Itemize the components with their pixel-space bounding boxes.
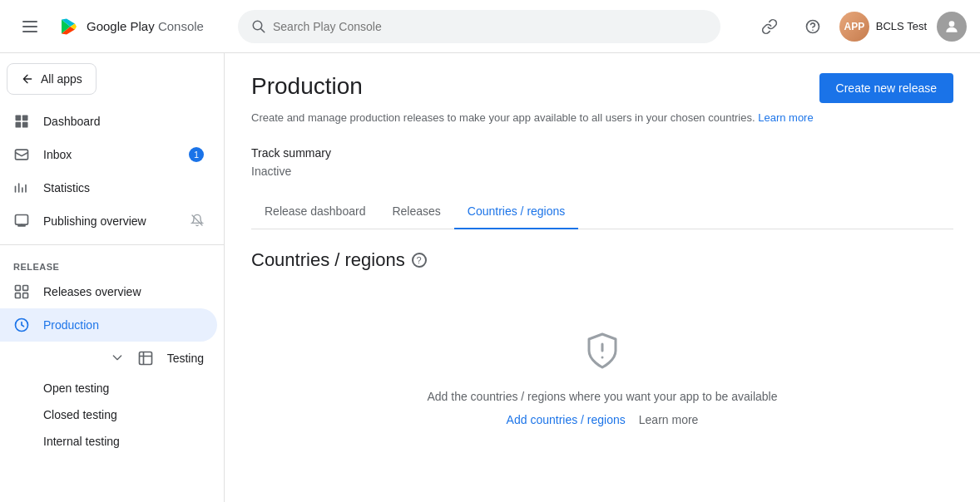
sidebar-sub-item-closed-testing[interactable]: Closed testing [0, 401, 217, 428]
sidebar-item-inbox[interactable]: Inbox 1 [0, 138, 217, 171]
search-icon [251, 19, 266, 34]
tab-release-dashboard[interactable]: Release dashboard [251, 194, 379, 229]
sidebar-item-testing[interactable]: Testing [0, 342, 217, 375]
header-left: Google Play Console [13, 10, 238, 43]
link-button[interactable] [753, 10, 786, 43]
svg-rect-11 [16, 286, 21, 291]
testing-icon [137, 350, 154, 367]
sidebar-item-dashboard[interactable]: Dashboard [0, 105, 217, 138]
tab-releases[interactable]: Releases [379, 194, 453, 229]
link-icon [761, 18, 778, 35]
svg-rect-4 [16, 116, 22, 121]
section-title: Countries / regions ? [251, 249, 953, 271]
main-content: Production Create new release Create and… [225, 53, 980, 502]
sidebar-nav: Dashboard Inbox 1 [0, 98, 224, 461]
sidebar-item-production[interactable]: Production [0, 308, 217, 342]
back-arrow-icon [21, 72, 34, 86]
sidebar-item-releases-overview[interactable]: Releases overview [0, 275, 217, 308]
track-summary-section: Track summary Inactive [251, 146, 953, 178]
account-icon [943, 18, 960, 35]
search-input[interactable] [273, 20, 707, 33]
search-bar[interactable] [238, 10, 720, 43]
main-body: All apps Dashboard [0, 53, 980, 502]
learn-more-secondary-link[interactable]: Learn more [639, 413, 699, 426]
sidebar-item-statistics[interactable]: Statistics [0, 171, 217, 204]
sidebar: All apps Dashboard [0, 53, 225, 502]
chevron-down-icon [111, 351, 124, 367]
user-app-avatar: APP [839, 12, 869, 42]
menu-button[interactable] [13, 10, 47, 43]
svg-point-2 [812, 29, 813, 30]
inbox-badge: 1 [189, 147, 204, 162]
svg-rect-8 [16, 150, 28, 160]
svg-rect-14 [23, 293, 28, 298]
production-icon [13, 317, 30, 333]
header-right: APP BCLS Test [753, 10, 967, 43]
all-apps-button[interactable]: All apps [7, 63, 97, 95]
help-button[interactable] [796, 10, 829, 43]
google-play-logo-icon [57, 15, 80, 38]
logo-area: Google Play Console [57, 15, 204, 38]
hamburger-icon [16, 14, 44, 39]
page-title: Production [251, 73, 363, 100]
svg-rect-13 [16, 293, 21, 298]
sidebar-item-publishing-overview[interactable]: Publishing overview [0, 204, 217, 238]
track-status-value: Inactive [251, 165, 953, 178]
releases-overview-icon [13, 283, 30, 300]
countries-help-icon[interactable]: ? [412, 253, 427, 268]
track-summary-label: Track summary [251, 146, 953, 160]
logo-text: Google Play Console [87, 19, 204, 33]
release-section-label: Release [0, 252, 224, 275]
tabs-bar: Release dashboard Releases Countries / r… [251, 194, 953, 229]
svg-rect-7 [22, 122, 28, 128]
help-icon [804, 18, 821, 35]
create-new-release-button[interactable]: Create new release [819, 73, 953, 103]
user-name-label: BCLS Test [876, 20, 927, 32]
svg-rect-9 [16, 215, 28, 225]
sidebar-divider-1 [0, 244, 224, 245]
user-info[interactable]: APP BCLS Test [839, 12, 927, 42]
page-description: Create and manage production releases to… [251, 110, 953, 126]
sidebar-sub-item-internal-testing[interactable]: Internal testing [0, 428, 217, 455]
dashboard-icon [13, 113, 30, 130]
empty-state-icon [582, 331, 622, 373]
svg-rect-6 [16, 122, 22, 128]
sidebar-sub-item-open-testing[interactable]: Open testing [0, 375, 217, 401]
empty-state-text: Add the countries / regions where you wa… [427, 390, 777, 403]
learn-more-link[interactable]: Learn more [758, 111, 813, 124]
svg-rect-5 [22, 116, 28, 121]
svg-point-3 [949, 21, 955, 27]
add-countries-link[interactable]: Add countries / regions [507, 413, 626, 426]
mute-icon [191, 214, 204, 229]
empty-state: Add the countries / regions where you wa… [251, 298, 953, 460]
svg-rect-12 [23, 286, 28, 291]
page-header: Production Create new release [251, 73, 953, 103]
user-account-avatar[interactable] [937, 12, 967, 42]
tab-countries-regions[interactable]: Countries / regions [454, 194, 579, 229]
empty-state-actions: Add countries / regions Learn more [507, 413, 699, 426]
app-header: Google Play Console APP BC [0, 0, 980, 53]
publishing-icon [13, 213, 30, 229]
inbox-icon [13, 146, 30, 163]
statistics-icon [13, 180, 30, 196]
